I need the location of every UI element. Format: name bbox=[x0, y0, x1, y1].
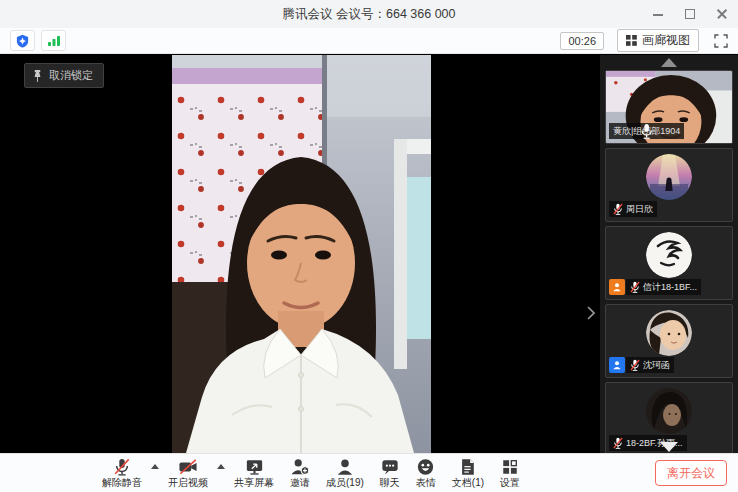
participant-tile[interactable]: 周日欣 bbox=[605, 148, 733, 222]
network-signal-icon[interactable] bbox=[41, 30, 66, 51]
unpin-button[interactable]: 取消锁定 bbox=[24, 63, 104, 88]
gallery-view-button[interactable]: 画廊视图 bbox=[617, 29, 699, 52]
members-button[interactable]: 成员(19) bbox=[326, 458, 364, 488]
share-screen-label: 共享屏幕 bbox=[234, 477, 274, 488]
avatar bbox=[646, 310, 692, 356]
participant-tile[interactable]: 沈珂函 bbox=[605, 304, 733, 378]
chat-icon bbox=[380, 458, 400, 476]
gallery-view-label: 画廊视图 bbox=[642, 32, 690, 49]
participant-name: 信计18-1BF... bbox=[643, 280, 697, 294]
participant-name: 沈珂函 bbox=[643, 358, 670, 372]
mic-muted-icon bbox=[112, 458, 132, 476]
unpin-label: 取消锁定 bbox=[49, 68, 93, 83]
window-title: 腾讯会议 会议号：664 366 000 bbox=[283, 6, 456, 23]
invite-label: 邀请 bbox=[290, 477, 310, 488]
reactions-label: 表情 bbox=[416, 477, 436, 488]
start-video-label: 开启视频 bbox=[168, 477, 208, 488]
mic-muted-icon bbox=[613, 203, 623, 215]
host-badge-icon bbox=[609, 279, 625, 295]
document-icon bbox=[459, 458, 476, 476]
participant-name: 周日欣 bbox=[626, 202, 653, 216]
tencent-meeting-window: 腾讯会议 会议号：664 366 000 00:26 bbox=[0, 0, 738, 492]
grid-icon bbox=[626, 35, 637, 46]
participant-tile[interactable]: 黄欣|组织部1904 bbox=[605, 70, 733, 144]
unmute-label: 解除静音 bbox=[102, 477, 142, 488]
fullscreen-icon[interactable] bbox=[714, 34, 728, 48]
avatar bbox=[646, 388, 692, 434]
leave-meeting-button[interactable]: 离开会议 bbox=[655, 460, 727, 486]
chat-button[interactable]: 聊天 bbox=[380, 458, 400, 488]
avatar bbox=[646, 154, 692, 200]
smiley-icon bbox=[416, 458, 435, 476]
collapse-sidebar-chevron-icon[interactable] bbox=[585, 301, 597, 325]
settings-grid-icon bbox=[501, 458, 519, 476]
reactions-button[interactable]: 表情 bbox=[416, 458, 436, 488]
video-options-caret-icon[interactable] bbox=[217, 464, 225, 469]
mic-muted-icon bbox=[630, 359, 640, 371]
cohost-badge-icon bbox=[609, 357, 625, 373]
meeting-timer: 00:26 bbox=[560, 32, 604, 50]
start-video-button[interactable]: 开启视频 bbox=[168, 458, 208, 488]
maximize-icon[interactable] bbox=[684, 8, 696, 20]
mic-on-icon bbox=[609, 123, 684, 139]
participant-tile[interactable]: 信计18-1BF... bbox=[605, 226, 733, 300]
main-video-stage: 取消锁定 bbox=[0, 55, 600, 453]
pin-icon bbox=[32, 69, 43, 83]
meeting-topbar: 00:26 画廊视图 bbox=[0, 28, 738, 54]
members-icon bbox=[335, 458, 355, 476]
close-icon[interactable] bbox=[716, 8, 728, 20]
invite-person-icon bbox=[290, 458, 310, 476]
scroll-down-arrow-icon[interactable] bbox=[660, 442, 678, 452]
unmute-button[interactable]: 解除静音 bbox=[102, 458, 142, 488]
mic-muted-icon bbox=[613, 437, 623, 449]
chat-label: 聊天 bbox=[380, 477, 400, 488]
settings-label: 设置 bbox=[500, 477, 520, 488]
invite-button[interactable]: 邀请 bbox=[290, 458, 310, 488]
mic-muted-icon bbox=[630, 281, 640, 293]
camera-muted-icon bbox=[177, 458, 199, 476]
mic-options-caret-icon[interactable] bbox=[151, 464, 159, 469]
members-label: 成员(19) bbox=[326, 477, 364, 488]
settings-button[interactable]: 设置 bbox=[500, 458, 520, 488]
share-screen-button[interactable]: 共享屏幕 bbox=[234, 458, 274, 488]
pinned-speaker-video bbox=[172, 55, 431, 453]
settings-grid-label-container: 文档(1) bbox=[452, 477, 484, 488]
window-controls bbox=[652, 0, 728, 28]
participants-sidebar: 黄欣|组织部1904 bbox=[600, 55, 738, 453]
minimize-icon[interactable] bbox=[652, 8, 664, 20]
participant-tiles: 黄欣|组织部1904 bbox=[600, 70, 738, 453]
titlebar: 腾讯会议 会议号：664 366 000 bbox=[0, 0, 738, 28]
security-shield-icon[interactable] bbox=[10, 30, 35, 51]
bottom-toolbar: 解除静音 开启视频 共享屏幕 bbox=[0, 453, 738, 492]
share-screen-icon bbox=[244, 458, 265, 476]
avatar bbox=[646, 232, 692, 278]
docs-button[interactable]: 文档(1) bbox=[452, 458, 484, 488]
scroll-up-arrow-icon[interactable] bbox=[661, 58, 677, 67]
